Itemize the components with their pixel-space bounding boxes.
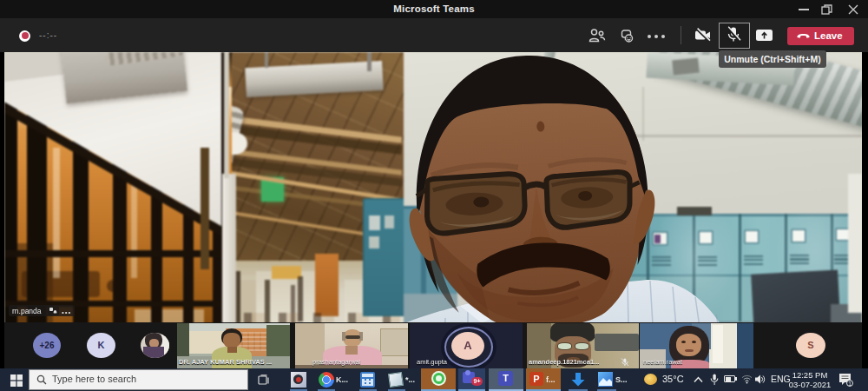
svg-text:1: 1	[848, 381, 852, 387]
